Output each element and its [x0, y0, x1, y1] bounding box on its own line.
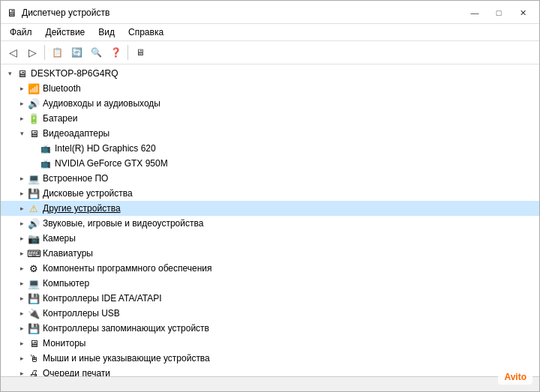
tree-item-storage[interactable]: 💾 Контроллеры запоминающих устройств [1, 321, 539, 336]
usb-expander[interactable] [16, 307, 28, 319]
tree-item-video[interactable]: 🖥 Видеоадаптеры [1, 126, 539, 141]
menu-bar: Файл Действие Вид Справка [1, 24, 539, 41]
keyboards-label: Клавиатуры [43, 248, 93, 259]
status-bar [1, 376, 539, 391]
window-title: Диспетчер устройств [22, 7, 110, 18]
tree-item-mice[interactable]: 🖱 Мыши и иные указывающие устройства [1, 351, 539, 366]
disk-icon: 💾 [28, 187, 40, 199]
computer-icon: 💻 [28, 277, 40, 289]
device-tree[interactable]: 🖥 DESKTOP-8P6G4RQ 📶 Bluetooth 🔊 Аудиовхо… [1, 64, 539, 376]
ideata-label: Контроллеры IDE ATA/ATAPI [43, 293, 162, 304]
tree-item-ideata[interactable]: 💾 Контроллеры IDE ATA/ATAPI [1, 291, 539, 306]
root-icon: 🖥 [16, 67, 28, 79]
tree-item-disk[interactable]: 💾 Дисковые устройства [1, 186, 539, 201]
tree-item-intel[interactable]: 📺 Intel(R) HD Graphics 620 [1, 141, 539, 156]
tree-item-audio[interactable]: 🔊 Аудиовходы и аудиовыходы [1, 96, 539, 111]
software-label: Компоненты программного обеспечения [43, 263, 212, 274]
nvidia-label: NVIDIA GeForce GTX 950M [55, 158, 168, 169]
tree-item-other[interactable]: ⚠ Другие устройства [1, 201, 539, 216]
bluetooth-icon: 📶 [28, 82, 40, 94]
menu-help[interactable]: Справка [122, 25, 170, 39]
toolbar-separator-1 [44, 45, 45, 60]
tree-item-usb[interactable]: 🔌 Контроллеры USB [1, 306, 539, 321]
toolbar-separator-2 [128, 45, 128, 60]
minimize-button[interactable]: — [464, 5, 485, 20]
intel-label: Intel(R) HD Graphics 620 [55, 143, 156, 154]
mice-expander[interactable] [16, 352, 28, 364]
tree-item-batteries[interactable]: 🔋 Батареи [1, 111, 539, 126]
update-button[interactable]: 🔄 [68, 43, 86, 61]
tree-item-monitors[interactable]: 🖥 Мониторы [1, 336, 539, 351]
ideata-expander[interactable] [16, 292, 28, 304]
computer-label: Компьютер [43, 278, 89, 289]
software-icon: ⚙ [28, 262, 40, 274]
audio-expander[interactable] [16, 97, 28, 109]
title-bar: 🖥 Диспетчер устройств — □ ✕ [1, 1, 539, 24]
usb-label: Контроллеры USB [43, 308, 120, 319]
menu-file[interactable]: Файл [4, 25, 38, 39]
intel-icon: 📺 [40, 142, 52, 154]
sound-icon: 🔊 [28, 217, 40, 229]
title-bar-controls: — □ ✕ [464, 5, 533, 20]
bluetooth-expander[interactable] [16, 82, 28, 94]
cameras-icon: 📷 [28, 232, 40, 244]
batteries-expander[interactable] [16, 112, 28, 124]
sound-label: Звуковые, игровые и видеоустройства [43, 218, 203, 229]
properties-button[interactable]: 📋 [48, 43, 66, 61]
menu-action[interactable]: Действие [40, 25, 92, 39]
scan-button[interactable]: 🔍 [87, 43, 105, 61]
audio-label: Аудиовходы и аудиовыходы [43, 98, 160, 109]
back-button[interactable]: ◁ [4, 43, 22, 61]
print-label: Очереди печати [43, 368, 110, 376]
other-expander[interactable] [16, 202, 28, 214]
disk-expander[interactable] [16, 187, 28, 199]
storage-icon: 💾 [28, 322, 40, 334]
menu-view[interactable]: Вид [92, 25, 121, 39]
sound-expander[interactable] [16, 217, 28, 229]
close-button[interactable]: ✕ [512, 5, 533, 20]
help-toolbar-button[interactable]: ❓ [106, 43, 124, 61]
toolbar: ◁ ▷ 📋 🔄 🔍 ❓ 🖥 [1, 41, 539, 64]
mice-label: Мыши и иные указывающие устройства [43, 353, 210, 364]
tree-item-keyboards[interactable]: ⌨ Клавиатуры [1, 246, 539, 261]
tree-item-cameras[interactable]: 📷 Камеры [1, 231, 539, 246]
cameras-expander[interactable] [16, 232, 28, 244]
tree-item-builtin[interactable]: 💻 Встроенное ПО [1, 171, 539, 186]
print-expander[interactable] [16, 367, 28, 376]
tree-item-computer[interactable]: 💻 Компьютер [1, 276, 539, 291]
video-icon: 🖥 [28, 127, 40, 139]
window-icon: 🖥 [7, 7, 17, 19]
title-bar-left: 🖥 Диспетчер устройств [7, 7, 110, 19]
monitors-label: Мониторы [43, 338, 86, 349]
builtin-expander[interactable] [16, 172, 28, 184]
bluetooth-label: Bluetooth [43, 83, 81, 94]
disk-label: Дисковые устройства [43, 188, 133, 199]
builtin-icon: 💻 [28, 172, 40, 184]
tree-item-print[interactable]: 🖨 Очереди печати [1, 366, 539, 376]
tree-item-bluetooth[interactable]: 📶 Bluetooth [1, 81, 539, 96]
builtin-label: Встроенное ПО [43, 173, 108, 184]
video-expander[interactable] [16, 127, 28, 139]
cameras-label: Камеры [43, 233, 76, 244]
computer-expander[interactable] [16, 277, 28, 289]
audio-icon: 🔊 [28, 97, 40, 109]
monitor-button[interactable]: 🖥 [131, 43, 149, 61]
tree-root[interactable]: 🖥 DESKTOP-8P6G4RQ [1, 66, 539, 81]
tree-item-software[interactable]: ⚙ Компоненты программного обеспечения [1, 261, 539, 276]
tree-item-nvidia[interactable]: 📺 NVIDIA GeForce GTX 950M [1, 156, 539, 171]
maximize-button[interactable]: □ [488, 5, 509, 20]
forward-button[interactable]: ▷ [23, 43, 41, 61]
root-label: DESKTOP-8P6G4RQ [31, 68, 118, 79]
device-manager-window: 🖥 Диспетчер устройств — □ ✕ Файл Действи… [0, 0, 540, 392]
mice-icon: 🖱 [28, 352, 40, 364]
software-expander[interactable] [16, 262, 28, 274]
tree-item-sound[interactable]: 🔊 Звуковые, игровые и видеоустройства [1, 216, 539, 231]
storage-expander[interactable] [16, 322, 28, 334]
print-icon: 🖨 [28, 367, 40, 376]
intel-expander [28, 142, 40, 154]
storage-label: Контроллеры запоминающих устройств [43, 323, 209, 334]
root-expander[interactable] [4, 67, 16, 79]
other-icon: ⚠ [28, 202, 40, 214]
monitors-expander[interactable] [16, 337, 28, 349]
batteries-label: Батареи [43, 113, 77, 124]
